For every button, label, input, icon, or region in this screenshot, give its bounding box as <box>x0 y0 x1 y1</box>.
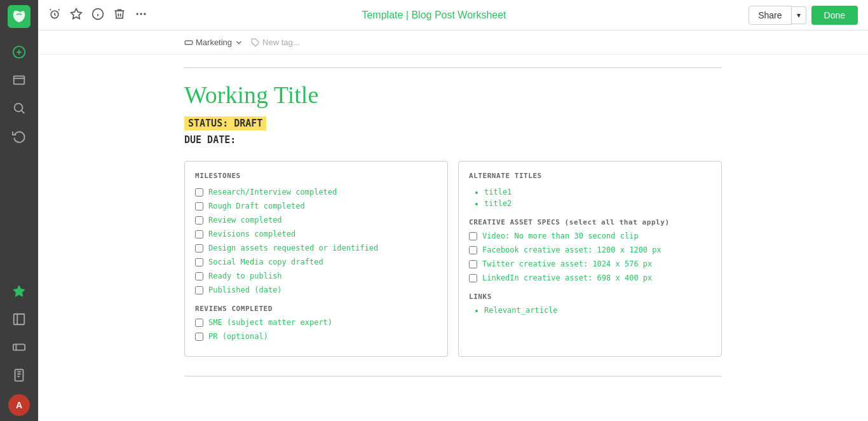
creative-item-4: LinkedIn creative asset: 698 x 400 px <box>469 273 711 282</box>
svg-marker-8 <box>13 286 25 296</box>
document-title: Template | Blog Post Worksheet <box>362 10 506 21</box>
marketing-tag[interactable]: Marketing <box>184 38 243 47</box>
document-working-title: Working Title <box>184 81 722 109</box>
alt-title-1: title1 <box>484 188 711 197</box>
document-content: Working Title STATUS: DRAFT DUE DATE: MI… <box>38 55 868 402</box>
milestone-item-6: Social Media copy drafted <box>195 258 437 266</box>
milestone-item-8: Published (date) <box>195 286 437 294</box>
link-item-1: Relevant_article <box>484 306 711 315</box>
done-button[interactable]: Done <box>811 6 858 25</box>
milestone-checkbox-7[interactable] <box>195 272 203 280</box>
milestone-item-1: Research/Interview completed <box>195 188 437 197</box>
share-button[interactable]: Share <box>749 6 791 25</box>
milestone-checkbox-3[interactable] <box>195 216 203 224</box>
creative-item-3: Twitter creative asset: 1024 x 576 px <box>469 259 711 268</box>
right-box: ALTERNATE TITLES title1 title2 CREATIVE … <box>458 161 722 357</box>
milestone-item-2: Rough Draft completed <box>195 202 437 210</box>
search-button[interactable] <box>6 95 32 121</box>
new-note-button[interactable] <box>6 39 32 65</box>
alarm-icon[interactable] <box>48 8 61 23</box>
milestone-checkbox-5[interactable] <box>195 244 203 252</box>
milestone-checkbox-6[interactable] <box>195 258 203 266</box>
svg-line-7 <box>22 111 24 113</box>
creative-checkbox-2[interactable] <box>469 246 477 254</box>
svg-marker-18 <box>71 8 82 18</box>
user-avatar[interactable]: A <box>8 394 30 416</box>
creative-item-1: Video: No more than 30 second clip <box>469 231 711 240</box>
notes-button[interactable] <box>6 67 32 93</box>
topbar: Template | Blog Post Worksheet Share ▾ D… <box>38 0 868 31</box>
svg-point-23 <box>140 13 142 15</box>
creative-item-2: Facebook creative asset: 1200 x 1200 px <box>469 245 711 254</box>
milestones-box: MILESTONES Research/Interview completed … <box>184 161 448 357</box>
sidebar: A <box>0 0 38 421</box>
evernote-logo[interactable] <box>8 5 31 28</box>
review-checkbox-1[interactable] <box>195 319 203 327</box>
creative-checkbox-3[interactable] <box>469 260 477 268</box>
toolbar-icons <box>48 8 147 23</box>
milestone-item-5: Design assets requested or identified <box>195 244 437 252</box>
alt-titles-list: title1 title2 <box>469 188 711 208</box>
clipper-button[interactable] <box>6 362 32 388</box>
svg-rect-4 <box>14 76 25 85</box>
star-icon[interactable] <box>70 8 83 23</box>
info-icon[interactable] <box>92 8 104 23</box>
alt-title-2: title2 <box>484 199 711 208</box>
milestone-items: Research/Interview completed Rough Draft… <box>195 188 437 294</box>
new-tag-button[interactable]: New tag... <box>251 38 300 47</box>
main-panel: Template | Blog Post Worksheet Share ▾ D… <box>38 0 868 421</box>
alt-titles-heading: ALTERNATE TITLES <box>469 172 711 180</box>
svg-rect-9 <box>14 314 25 325</box>
reviews-heading: REVIEWS COMPLETED <box>195 305 437 313</box>
svg-point-6 <box>15 104 23 112</box>
top-divider <box>184 67 722 68</box>
due-date-label: DUE DATE: <box>184 134 722 146</box>
svg-rect-13 <box>15 369 24 381</box>
starred-button[interactable] <box>6 279 32 304</box>
creative-checkbox-1[interactable] <box>469 232 477 240</box>
review-item-1: SME (subject matter expert) <box>195 318 437 327</box>
tags-bar: Marketing New tag... <box>38 31 868 55</box>
notebooks-button[interactable] <box>6 307 32 332</box>
milestone-item-4: Revisions completed <box>195 230 437 238</box>
creative-checkbox-4[interactable] <box>469 274 477 282</box>
milestone-item-7: Ready to publish <box>195 272 437 280</box>
share-dropdown-button[interactable]: ▾ <box>792 6 806 24</box>
tags-button[interactable] <box>6 335 32 360</box>
milestone-checkbox-8[interactable] <box>195 286 203 294</box>
shortcuts-button[interactable] <box>6 123 32 149</box>
review-checkbox-2[interactable] <box>195 333 203 341</box>
bottom-divider <box>184 376 722 376</box>
milestone-checkbox-2[interactable] <box>195 202 203 210</box>
review-item-2: PR (optional) <box>195 332 437 341</box>
links-list: Relevant_article <box>469 306 711 315</box>
topbar-actions: Share ▾ Done <box>749 6 858 25</box>
creative-specs-heading: CREATIVE ASSET SPECS (select all that ap… <box>469 218 711 226</box>
status-badge: STATUS: DRAFT <box>184 116 266 130</box>
svg-rect-25 <box>185 41 193 45</box>
milestone-checkbox-1[interactable] <box>195 188 203 197</box>
milestone-item-3: Review completed <box>195 216 437 224</box>
svg-point-22 <box>137 13 139 15</box>
svg-rect-11 <box>13 344 25 350</box>
trash-icon[interactable] <box>113 8 126 23</box>
svg-point-24 <box>144 13 146 15</box>
milestones-heading: MILESTONES <box>195 172 437 180</box>
content-boxes: MILESTONES Research/Interview completed … <box>184 161 722 357</box>
content-area: Working Title STATUS: DRAFT DUE DATE: MI… <box>38 55 868 421</box>
more-icon[interactable] <box>135 8 147 23</box>
links-heading: LINKS <box>469 293 711 301</box>
milestone-checkbox-4[interactable] <box>195 230 203 238</box>
